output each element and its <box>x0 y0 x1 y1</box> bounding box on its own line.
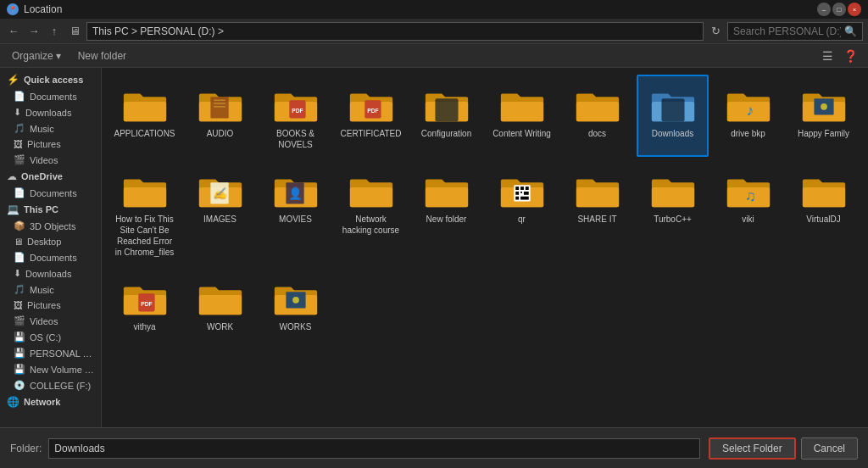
sidebar-item-personal-d:[interactable]: 💾PERSONAL (D:) <box>0 345 101 361</box>
search-input[interactable] <box>733 25 841 37</box>
svg-text:👤: 👤 <box>287 187 302 201</box>
folder-item[interactable]: New folder <box>410 160 482 265</box>
folder-item[interactable]: Configuration <box>410 75 482 157</box>
search-box[interactable]: 🔍 <box>727 22 863 41</box>
sidebar-item-downloads[interactable]: ⬇Downloads <box>0 265 101 281</box>
refresh-button[interactable]: ↻ <box>707 23 724 40</box>
sidebar-item-videos[interactable]: 🎬Videos <box>0 152 101 168</box>
svg-text:PDF: PDF <box>292 108 303 114</box>
window-title: Location <box>24 3 62 15</box>
folder-item[interactable]: docs <box>561 75 633 157</box>
folder-label: TurboC++ <box>654 214 692 225</box>
sidebar-item-documents[interactable]: 📄Documents <box>0 249 101 265</box>
title-bar: 📍 Location – □ × <box>0 0 868 19</box>
view-toggle-button[interactable]: ☰ <box>819 47 837 64</box>
folder-label: WORK <box>207 321 233 332</box>
folder-label: Content Writing <box>492 128 551 139</box>
svg-text:PDF: PDF <box>141 301 153 307</box>
folder-item[interactable]: How to Fix This Site Can't Be Reached Er… <box>108 160 181 265</box>
folder-item[interactable]: Happy Family <box>787 75 860 157</box>
folder-item[interactable]: ♪ drive bkp <box>712 75 784 157</box>
sidebar-section-onedrive[interactable]: ☁OneDrive <box>0 168 101 185</box>
folder-item[interactable]: 👤 MOVIES <box>259 160 331 265</box>
folder-item[interactable]: PDF CERTIFICATED <box>335 75 407 157</box>
folder-item[interactable]: Content Writing <box>486 75 558 157</box>
folder-icon <box>195 81 246 125</box>
folder-item[interactable]: TurboC++ <box>637 160 709 265</box>
maximize-button[interactable]: □ <box>832 3 846 16</box>
sidebar-item-college-f:[interactable]: 💿COLLEGE (F:) <box>0 377 101 393</box>
folder-label: AUDIO <box>207 128 234 139</box>
svg-rect-30 <box>349 187 392 207</box>
cancel-button[interactable]: Cancel <box>801 437 858 460</box>
folder-icon: ♪ <box>723 81 774 125</box>
sidebar-item-pictures[interactable]: 🖼Pictures <box>0 136 101 152</box>
help-button[interactable]: ❓ <box>840 47 861 64</box>
item-icon: 🖼 <box>14 139 23 149</box>
folder-item[interactable]: ♫ viki <box>712 160 784 265</box>
button-area: Select Folder Cancel <box>709 437 858 460</box>
folder-icon: PDF <box>120 275 170 319</box>
folder-item[interactable]: APPLICATIONS <box>108 75 181 157</box>
svg-rect-37 <box>515 192 519 195</box>
item-label: Pictures <box>27 300 61 310</box>
address-path[interactable]: This PC > PERSONAL (D:) > <box>86 22 704 41</box>
item-label: Downloads <box>25 269 71 279</box>
section-label: OneDrive <box>21 171 63 181</box>
computer-button[interactable]: 🖥 <box>66 23 83 40</box>
folder-icon <box>798 167 849 211</box>
folder-icon <box>120 167 170 211</box>
svg-rect-35 <box>520 187 524 190</box>
minimize-button[interactable]: – <box>817 3 831 16</box>
folder-item[interactable]: VirtualDJ <box>787 160 860 265</box>
folder-item[interactable]: WORK <box>184 268 256 339</box>
forward-button[interactable]: → <box>25 23 42 40</box>
folder-label: SHARE IT <box>577 214 616 225</box>
sidebar-item-documents[interactable]: 📄Documents <box>0 88 101 104</box>
folder-item[interactable]: PDF BOOKS & NOVELS <box>259 75 331 157</box>
folder-icon <box>421 81 472 125</box>
sidebar-item-music[interactable]: 🎵Music <box>0 281 101 298</box>
sidebar-item-downloads[interactable]: ⬇Downloads <box>0 104 101 120</box>
folder-icon: 👤 <box>270 167 321 211</box>
folder-item[interactable]: Network hacking course <box>335 160 407 265</box>
item-icon: 💿 <box>14 380 25 391</box>
sidebar-section-this-pc[interactable]: 💻This PC <box>0 201 101 218</box>
folder-grid: APPLICATIONS AUDIO PDF BOOKS & NOVELS PD… <box>108 75 861 339</box>
sidebar-section-network[interactable]: 🌐Network <box>0 393 101 410</box>
folder-input[interactable] <box>48 438 700 459</box>
item-icon: 📄 <box>14 252 25 263</box>
svg-rect-46 <box>802 187 844 207</box>
select-folder-button[interactable]: Select Folder <box>709 437 796 460</box>
sidebar-item-videos[interactable]: 🎬Videos <box>0 313 101 329</box>
sidebar-item-3d-objects[interactable]: 📦3D Objects <box>0 218 101 234</box>
sidebar-item-new-volume-e:[interactable]: 💾New Volume (E: <box>0 361 101 377</box>
folder-icon: ♫ <box>723 167 774 211</box>
item-label: COLLEGE (F:) <box>30 381 91 391</box>
close-button[interactable]: × <box>848 3 861 16</box>
up-button[interactable]: ↑ <box>46 23 63 40</box>
search-icon: 🔍 <box>844 25 857 37</box>
back-button[interactable]: ← <box>5 23 22 40</box>
organize-button[interactable]: Organize ▾ <box>7 48 66 64</box>
folder-item[interactable]: qr <box>486 160 558 265</box>
folder-item[interactable]: SHARE IT <box>561 160 633 265</box>
item-label: Videos <box>30 155 58 165</box>
folder-item[interactable]: ✍ IMAGES <box>184 160 256 265</box>
folder-item[interactable]: PDF vithya <box>108 268 181 339</box>
svg-rect-15 <box>576 102 618 121</box>
new-folder-button[interactable]: New folder <box>73 48 131 64</box>
folder-item[interactable]: AUDIO <box>184 75 256 157</box>
sidebar-item-pictures[interactable]: 🖼Pictures <box>0 298 101 313</box>
sidebar-item-music[interactable]: 🎵Music <box>0 120 101 136</box>
sidebar-item-documents[interactable]: 📄Documents <box>0 185 101 201</box>
item-icon: 🎬 <box>14 154 25 165</box>
folder-item[interactable]: Downloads <box>637 75 709 157</box>
folder-item[interactable]: WORKS <box>259 268 331 339</box>
sidebar-item-os-c:[interactable]: 💾OS (C:) <box>0 329 101 345</box>
item-icon: 🎬 <box>14 315 25 326</box>
sidebar-item-desktop[interactable]: 🖥Desktop <box>0 234 101 249</box>
folder-label: APPLICATIONS <box>114 128 175 139</box>
folder-icon <box>798 81 849 125</box>
sidebar-section-quick-access[interactable]: ⚡Quick access <box>0 71 101 88</box>
